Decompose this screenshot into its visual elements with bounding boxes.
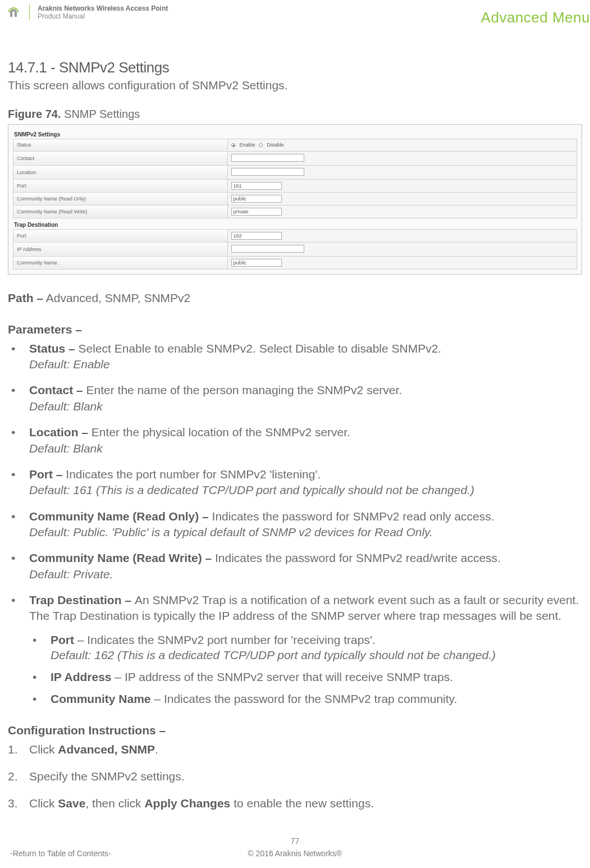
ss-table-2: Port 162 IP Address Community Name publi… xyxy=(13,229,577,269)
param-location: Location – Enter the physical location o… xyxy=(8,424,582,456)
sub-desc: – IP address of the SNMPv2 server that w… xyxy=(112,670,453,683)
param-name: Community Name (Read Only) – xyxy=(29,510,212,523)
param-name: Port – xyxy=(29,468,66,481)
param-desc: Enter the physical location of the SNMPv… xyxy=(92,426,350,438)
figure-caption: SNMP Settings xyxy=(64,108,140,120)
param-desc: Enter the name of the person managing th… xyxy=(86,383,403,396)
ss-label: Port xyxy=(13,229,228,242)
return-to-toc-link[interactable]: -Return to Table of Contents- xyxy=(10,849,111,858)
page-footer: 77 -Return to Table of Contents- © 2016 … xyxy=(0,837,590,858)
step-post: . xyxy=(155,743,158,756)
ss-row-trap-port: Port 162 xyxy=(13,229,577,242)
param-name: Location – xyxy=(29,426,92,438)
config-steps: 1. Click Advanced, SNMP. 2. Specify the … xyxy=(8,742,582,812)
ss-row-contact: Contact xyxy=(13,151,577,165)
ss-row-comm-rw: Community Name (Read Write) private xyxy=(13,205,577,218)
ss-group2-header: Trap Destination xyxy=(13,220,577,229)
ss-location-input[interactable] xyxy=(231,168,304,176)
param-name: Community Name (Read Write) – xyxy=(29,551,215,564)
param-contact: Contact – Enter the name of the person m… xyxy=(8,382,582,414)
trap-sub-list: Port – Indicates the SNMPv2 port number … xyxy=(29,632,582,707)
step-number: 1. xyxy=(8,742,18,757)
param-default: Default: 161 (This is a dedicated TCP/UD… xyxy=(29,482,582,498)
param-name: Status – xyxy=(29,342,79,355)
config-step-1: 1. Click Advanced, SNMP. xyxy=(8,742,582,757)
ss-label: Port xyxy=(13,179,228,192)
sub-comm: Community Name – Indicates the password … xyxy=(29,691,582,706)
ss-label: Location xyxy=(13,165,228,179)
figure-label: Figure 74. SNMP Settings xyxy=(8,108,582,121)
sub-ip: IP Address – IP address of the SNMPv2 se… xyxy=(29,669,582,684)
ss-label: Contact xyxy=(13,151,228,165)
step-bold: Save xyxy=(58,797,85,810)
header-title: Araknis Networks Wireless Access Point xyxy=(38,4,168,12)
step-post: to enable the new settings. xyxy=(230,797,374,810)
advanced-menu-label: Advanced Menu xyxy=(481,9,590,26)
step-number: 3. xyxy=(8,796,18,811)
ss-trap-comm-input[interactable]: public xyxy=(231,259,282,267)
path-label: Path – xyxy=(8,291,43,304)
ss-contact-input[interactable] xyxy=(231,154,304,162)
ss-trap-ip-input[interactable] xyxy=(231,245,304,253)
radio-disable-label: Disable xyxy=(267,142,284,148)
ss-group1-header: SNMPv2 Settings xyxy=(13,129,577,139)
sub-name: Port xyxy=(51,633,74,646)
parameters-heading: Parameters – xyxy=(8,323,582,336)
sub-desc: – Indicates the password for the SNMPv2 … xyxy=(151,692,458,705)
step-mid: , then click xyxy=(85,797,144,810)
section-intro: This screen allows configuration of SNMP… xyxy=(8,79,582,92)
ss-table-1: Status Enable Disable Contact Location xyxy=(13,139,577,218)
logo-block: Araknis Networks Wireless Access Point P… xyxy=(6,4,168,21)
ss-label: Community Name (Read Write) xyxy=(13,205,228,218)
param-desc: Indicates the password for SNMPv2 read o… xyxy=(212,510,495,523)
param-desc: Indicates the port number for SNMPv2 'li… xyxy=(66,468,321,481)
ss-row-port: Port 161 xyxy=(13,179,577,192)
path-line: Path – Advanced, SNMP, SNMPv2 xyxy=(8,291,582,305)
param-desc: Select Enable to enable SNMPv2. Select D… xyxy=(79,342,442,355)
ss-trap-port-input[interactable]: 162 xyxy=(231,232,282,240)
radio-disable-icon[interactable] xyxy=(259,143,263,147)
header-subtitle: Product Manual xyxy=(38,12,168,20)
ss-label: Status xyxy=(13,139,228,151)
radio-enable-icon[interactable] xyxy=(231,143,235,147)
copyright-text: © 2016 Araknis Networks® xyxy=(248,849,342,858)
step-pre: Specify the SNMPv2 settings. xyxy=(29,770,185,783)
param-status: Status – Select Enable to enable SNMPv2.… xyxy=(8,341,582,373)
ss-status-radios[interactable]: Enable Disable xyxy=(227,139,577,151)
figure-number: Figure 74. xyxy=(8,108,61,120)
param-default: Default: Enable xyxy=(29,357,582,372)
sub-default: Default: 162 (This is a dedicated TCP/UD… xyxy=(51,647,582,663)
ss-comm-rw-input[interactable]: private xyxy=(231,208,282,216)
sub-port: Port – Indicates the SNMPv2 port number … xyxy=(29,632,582,663)
ss-label: Community Name xyxy=(13,256,228,269)
ss-comm-ro-input[interactable]: public xyxy=(231,195,282,203)
param-name: Contact – xyxy=(29,383,86,396)
ss-port-input[interactable]: 161 xyxy=(231,182,282,190)
page-number: 77 xyxy=(0,837,590,846)
step-number: 2. xyxy=(8,769,18,784)
sub-name: Community Name xyxy=(51,692,151,705)
ss-row-trap-comm: Community Name public xyxy=(13,256,577,269)
page-content: 14.7.1 - SNMPv2 Settings This screen all… xyxy=(0,25,590,812)
ss-row-comm-ro: Community Name (Read Only) public xyxy=(13,192,577,205)
araknis-logo-icon xyxy=(6,4,21,20)
param-desc: Indicates the password for SNMPv2 read/w… xyxy=(215,551,501,564)
ss-label: Community Name (Read Only) xyxy=(13,192,228,205)
param-comm-ro: Community Name (Read Only) – Indicates t… xyxy=(8,509,582,541)
param-default: Default: Private. xyxy=(29,567,582,582)
param-default: Default: Blank xyxy=(29,399,582,414)
section-title: 14.7.1 - SNMPv2 Settings xyxy=(8,59,582,76)
step-bold: Advanced, SNMP xyxy=(58,743,155,756)
param-name: Trap Destination – xyxy=(29,593,135,606)
header-titles: Araknis Networks Wireless Access Point P… xyxy=(38,4,168,21)
sub-name: IP Address xyxy=(51,670,112,683)
param-port: Port – Indicates the port number for SNM… xyxy=(8,467,582,499)
param-default: Default: Public. 'Public' is a typical d… xyxy=(29,524,582,540)
config-step-2: 2. Specify the SNMPv2 settings. xyxy=(8,769,582,784)
ss-row-trap-ip: IP Address xyxy=(13,242,577,256)
ss-row-status: Status Enable Disable xyxy=(13,139,577,151)
step-bold2: Apply Changes xyxy=(144,797,230,810)
step-pre: Click xyxy=(29,743,58,756)
step-pre: Click xyxy=(29,797,58,810)
header-divider xyxy=(29,4,30,20)
